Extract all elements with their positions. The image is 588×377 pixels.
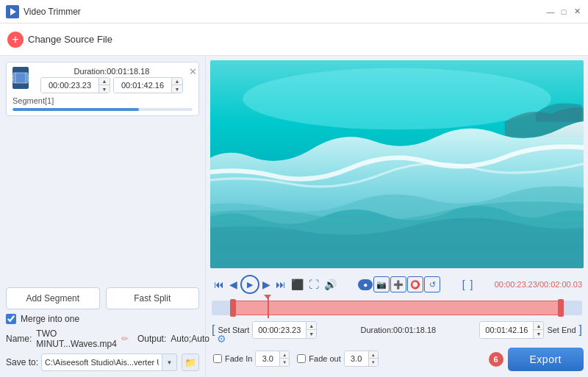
mark-in-button[interactable]: ●	[358, 279, 373, 290]
volume-button[interactable]: 🔊	[322, 277, 339, 292]
bracket-left-button[interactable]: [	[460, 277, 467, 292]
merge-row: Merge into one	[6, 314, 199, 324]
effects-export-row: Fade In ▲ ▼ Fade out	[210, 345, 584, 373]
skip-to-end-button[interactable]: ⏭	[273, 277, 288, 292]
video-file-icon	[12, 71, 29, 85]
name-row: Name: TWO MINUT...Waves.mp4 ✏ Output: Au…	[6, 328, 199, 349]
start-time-down[interactable]: ▼	[99, 85, 110, 93]
trim-end-input[interactable]	[480, 322, 533, 338]
title-bar: Video Trimmer — □ ✕	[0, 0, 588, 24]
bracket-open-icon: [	[212, 323, 215, 337]
play-button[interactable]: ▶	[240, 275, 259, 294]
segment-close-icon[interactable]: ✕	[189, 67, 197, 76]
trim-start-up[interactable]: ▲	[306, 322, 316, 330]
trim-duration-label: Duration:00:01:18.18	[320, 326, 476, 334]
start-time-input-group: ▲ ▼	[40, 77, 110, 93]
fast-split-button[interactable]: Fast Split	[106, 287, 200, 309]
saveto-label: Save to:	[6, 357, 38, 367]
spacer	[6, 121, 199, 283]
timeline-playhead[interactable]	[268, 298, 269, 318]
loop-button[interactable]: ⭕	[407, 276, 423, 292]
fade-out-checkbox[interactable]	[297, 354, 306, 363]
app-title: Video Trimmer	[24, 7, 81, 17]
toolbar: + Change Source File	[0, 24, 588, 56]
transport-controls: ⏮ ◀ ▶ ▶ ⏭ ⬛ ⛶ 🔊	[212, 275, 339, 294]
minimize-button[interactable]: —	[545, 7, 556, 17]
timeline[interactable]	[212, 301, 582, 315]
set-end-label: Set End	[547, 326, 576, 334]
saveto-dropdown-button[interactable]: ▼	[162, 353, 177, 371]
step-back-button[interactable]: ◀	[227, 277, 240, 292]
maximize-button[interactable]: □	[559, 7, 569, 17]
timeline-selection	[230, 301, 564, 315]
fade-in-label: Fade In	[225, 354, 252, 363]
fade-out-group: Fade out ▲ ▼	[297, 351, 378, 367]
fade-out-value-group: ▲ ▼	[344, 351, 379, 367]
saveto-path-input[interactable]	[41, 353, 162, 371]
start-time-spinners: ▲ ▼	[98, 78, 110, 93]
fade-out-up[interactable]: ▲	[369, 351, 378, 359]
bracket-right-button[interactable]: ]	[468, 277, 476, 292]
right-panel: ⏮ ◀ ▶ ▶ ⏭ ⬛ ⛶ 🔊 ● 📷 ➕ ⭕	[206, 56, 588, 377]
output-value: Auto;Auto	[171, 334, 209, 344]
duration-value: 00:01:18.18	[107, 67, 149, 76]
trim-end-up[interactable]: ▲	[534, 322, 543, 330]
snapshot-button[interactable]: 📷	[373, 276, 390, 292]
fade-out-label: Fade out	[309, 354, 340, 363]
end-time-up[interactable]: ▲	[172, 78, 182, 85]
fade-out-input[interactable]	[345, 351, 368, 366]
export-button[interactable]: Export	[508, 348, 584, 371]
folder-browse-button[interactable]: 📁	[182, 353, 199, 371]
start-time-input[interactable]	[41, 78, 98, 93]
end-time-down[interactable]: ▼	[172, 85, 182, 93]
trim-end-time-group: ▲ ▼	[479, 321, 544, 339]
name-value: TWO MINUT...Waves.mp4	[36, 328, 117, 349]
add-segment-button[interactable]: Add Segment	[6, 287, 100, 309]
bracket-close-icon: ]	[579, 323, 582, 337]
step-forward-button[interactable]: ▶	[260, 277, 273, 292]
video-frame	[210, 60, 584, 268]
segment-progress-fill	[12, 108, 139, 111]
start-time-up[interactable]: ▲	[99, 78, 110, 85]
trim-controls: [ Set Start ▲ ▼ Duration:00:01:18.18 ▲ ▼…	[210, 318, 584, 342]
segment-controls: ● 📷 ➕ ⭕ ↺	[358, 276, 440, 292]
title-left: Video Trimmer	[6, 5, 81, 18]
merge-checkbox[interactable]	[6, 314, 16, 324]
trim-start-time-group: ▲ ▼	[252, 321, 317, 339]
effects-row: Fade In ▲ ▼ Fade out	[210, 348, 381, 369]
end-time-input[interactable]	[114, 78, 171, 93]
crop-button[interactable]: ⛶	[306, 277, 321, 292]
trim-start-input[interactable]	[253, 322, 306, 338]
name-label: Name:	[6, 334, 32, 344]
fade-out-down[interactable]: ▼	[369, 359, 378, 366]
add-clip-button[interactable]: ➕	[390, 276, 406, 292]
segment-progress-bar	[12, 108, 193, 111]
fade-in-input[interactable]	[256, 351, 279, 366]
segment-action-buttons: Add Segment Fast Split	[6, 287, 199, 309]
timeline-handle-left[interactable]	[230, 299, 236, 317]
trim-end-down[interactable]: ▼	[534, 330, 543, 338]
output-label: Output:	[137, 334, 166, 344]
trim-end-spinners: ▲ ▼	[533, 322, 543, 338]
fade-in-up[interactable]: ▲	[280, 351, 289, 359]
segment-thumbnail	[12, 67, 29, 89]
playback-controls: ⏮ ◀ ▶ ▶ ⏭ ⬛ ⛶ 🔊 ● 📷 ➕ ⭕	[210, 271, 584, 298]
edit-name-icon[interactable]: ✏	[121, 334, 129, 344]
timecode-display: 00:00:23.23/00:02:00.03	[495, 280, 582, 289]
title-controls: — □ ✕	[545, 7, 582, 17]
svg-rect-8	[27, 79, 29, 81]
export-area: 6 Export	[489, 345, 584, 373]
stop-button[interactable]: ⬛	[289, 277, 306, 292]
add-source-button[interactable]: + Change Source File	[7, 32, 112, 48]
skip-to-start-button[interactable]: ⏮	[212, 277, 226, 292]
timeline-handle-right[interactable]	[558, 299, 564, 317]
refresh-button[interactable]: ↺	[424, 276, 440, 292]
trim-start-down[interactable]: ▼	[306, 330, 316, 338]
app-icon	[6, 5, 19, 18]
fade-in-value-group: ▲ ▼	[255, 351, 290, 367]
close-button[interactable]: ✕	[572, 7, 582, 17]
fade-in-checkbox[interactable]	[213, 354, 222, 363]
fade-in-down[interactable]: ▼	[280, 359, 289, 366]
fade-out-spinners: ▲ ▼	[368, 351, 378, 366]
svg-rect-6	[12, 79, 14, 81]
